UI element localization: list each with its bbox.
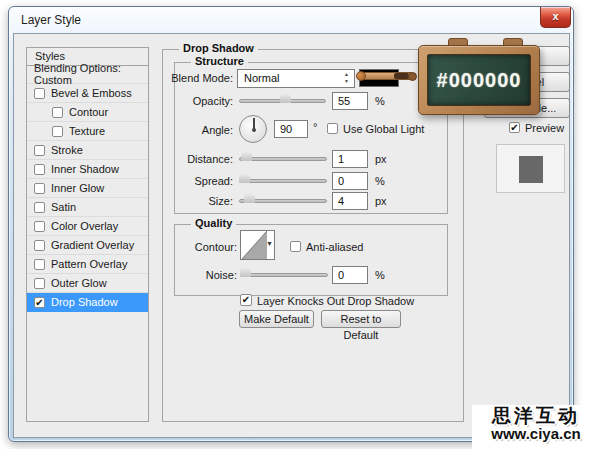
chalkboard-overlay: #000000 <box>418 45 540 115</box>
spread-input[interactable]: 0 <box>332 172 368 190</box>
make-default-button[interactable]: Make Default <box>239 310 314 328</box>
sidebar-item-blending-options[interactable]: Blending Options: Custom <box>27 65 148 84</box>
quality-group: Quality <box>174 224 448 296</box>
drop-shadow-checkbox[interactable] <box>34 297 45 308</box>
sidebar-item-label: Bevel & Emboss <box>51 87 132 99</box>
distance-input[interactable]: 1 <box>332 150 368 168</box>
panel-title: Drop Shadow <box>179 42 258 54</box>
sidebar-item-label: Texture <box>69 125 105 137</box>
color-overlay-checkbox[interactable] <box>34 221 45 232</box>
watermark: 思洋互动 www.ciya.cn <box>472 405 600 449</box>
sidebar-item-label: Blending Options: Custom <box>34 62 148 86</box>
sidebar-item-bevel-emboss[interactable]: Bevel & Emboss <box>27 84 148 103</box>
sidebar-item-stroke[interactable]: Stroke <box>27 141 148 160</box>
structure-legend: Structure <box>191 55 248 67</box>
sidebar-item-drop-shadow[interactable]: Drop Shadow <box>27 293 148 312</box>
sidebar-item-texture[interactable]: Texture <box>27 122 148 141</box>
angle-unit: ° <box>313 121 317 133</box>
sidebar-item-outer-glow[interactable]: Outer Glow <box>27 274 148 293</box>
sidebar-item-label: Satin <box>51 201 76 213</box>
inner-glow-checkbox[interactable] <box>34 183 45 194</box>
pattern-overlay-checkbox[interactable] <box>34 259 45 270</box>
size-label: Size: <box>143 195 233 207</box>
gradient-overlay-checkbox[interactable] <box>34 240 45 251</box>
sidebar-item-label: Drop Shadow <box>51 296 118 308</box>
spread-slider[interactable] <box>239 179 327 183</box>
hex-color-value: #000000 <box>437 69 522 92</box>
sidebar-item-contour[interactable]: Contour <box>27 103 148 122</box>
blend-mode-label: Blend Mode: <box>143 72 233 84</box>
close-button[interactable]: x <box>540 7 571 28</box>
sidebar-item-label: Gradient Overlay <box>51 239 134 251</box>
sidebar-item-inner-glow[interactable]: Inner Glow <box>27 179 148 198</box>
pointer-tip-icon <box>356 71 366 81</box>
watermark-brand: 思洋互动 <box>472 405 600 426</box>
sidebar-item-label: Inner Glow <box>51 182 104 194</box>
layer-knockout-label: Layer Knocks Out Drop Shadow <box>257 295 414 307</box>
spinner-icon: ▲▼ <box>344 71 349 85</box>
sidebar-item-label: Outer Glow <box>51 277 107 289</box>
spread-label: Spread: <box>143 175 233 187</box>
contour-dropdown-icon[interactable]: ▼ <box>266 240 273 247</box>
blend-mode-select[interactable]: Normal ▲▼ <box>237 69 355 88</box>
layer-knockout-checkbox[interactable] <box>240 294 252 306</box>
sidebar-item-label: Stroke <box>51 144 83 156</box>
noise-label: Noise: <box>147 269 237 281</box>
window-title: Layer Style <box>21 13 81 27</box>
contour-checkbox[interactable] <box>52 107 63 118</box>
sidebar-item-label: Contour <box>69 106 108 118</box>
close-icon: x <box>552 10 558 22</box>
distance-slider[interactable] <box>239 157 327 161</box>
angle-hub <box>252 128 256 132</box>
preview-label: Preview <box>525 122 564 134</box>
spread-unit: % <box>375 175 385 187</box>
use-global-light-label: Use Global Light <box>343 123 424 135</box>
opacity-unit: % <box>375 95 385 107</box>
sidebar-item-gradient-overlay[interactable]: Gradient Overlay <box>27 236 148 255</box>
sidebar-item-color-overlay[interactable]: Color Overlay <box>27 217 148 236</box>
contour-label: Contour: <box>147 241 237 253</box>
size-unit: px <box>375 195 387 207</box>
angle-dial[interactable] <box>239 115 267 143</box>
styles-list: Blending Options: Custom Bevel & Emboss … <box>26 65 149 422</box>
sidebar-item-label: Color Overlay <box>51 220 118 232</box>
pointer-cap <box>408 72 417 81</box>
opacity-input[interactable]: 55 <box>332 92 368 110</box>
noise-unit: % <box>375 269 385 281</box>
use-global-light-checkbox[interactable] <box>327 123 338 134</box>
angle-label: Angle: <box>143 124 233 136</box>
preview-checkbox[interactable] <box>509 122 520 133</box>
reset-default-button[interactable]: Reset to Default <box>321 310 401 328</box>
opacity-label: Opacity: <box>143 95 233 107</box>
anti-aliased-checkbox[interactable] <box>290 241 301 252</box>
blend-mode-value: Normal <box>244 72 279 84</box>
inner-shadow-checkbox[interactable] <box>34 164 45 175</box>
chalkboard-surface: #000000 <box>427 54 531 106</box>
sidebar-item-label: Inner Shadow <box>51 163 119 175</box>
sidebar-item-satin[interactable]: Satin <box>27 198 148 217</box>
watermark-url: www.ciya.cn <box>472 426 600 442</box>
distance-unit: px <box>375 153 387 165</box>
sidebar-item-inner-shadow[interactable]: Inner Shadow <box>27 160 148 179</box>
sidebar-item-pattern-overlay[interactable]: Pattern Overlay <box>27 255 148 274</box>
bevel-emboss-checkbox[interactable] <box>34 88 45 99</box>
preview-square <box>519 156 543 183</box>
noise-input[interactable]: 0 <box>332 266 368 284</box>
stroke-checkbox[interactable] <box>34 145 45 156</box>
satin-checkbox[interactable] <box>34 202 45 213</box>
page: Layer Style x Styles Blending Options: C… <box>0 0 600 449</box>
angle-input[interactable]: 90 <box>274 120 308 138</box>
size-input[interactable]: 4 <box>332 192 368 210</box>
contour-picker[interactable]: ▼ <box>240 230 275 260</box>
quality-legend: Quality <box>191 217 236 229</box>
preview-thumbnail <box>496 144 565 193</box>
contour-linear-icon <box>242 231 267 259</box>
noise-slider[interactable] <box>240 273 328 277</box>
texture-checkbox[interactable] <box>52 126 63 137</box>
pointer-stick-grip <box>394 73 409 79</box>
outer-glow-checkbox[interactable] <box>34 278 45 289</box>
distance-label: Distance: <box>143 153 233 165</box>
anti-aliased-label: Anti-aliased <box>306 241 363 253</box>
sidebar-item-label: Pattern Overlay <box>51 258 127 270</box>
